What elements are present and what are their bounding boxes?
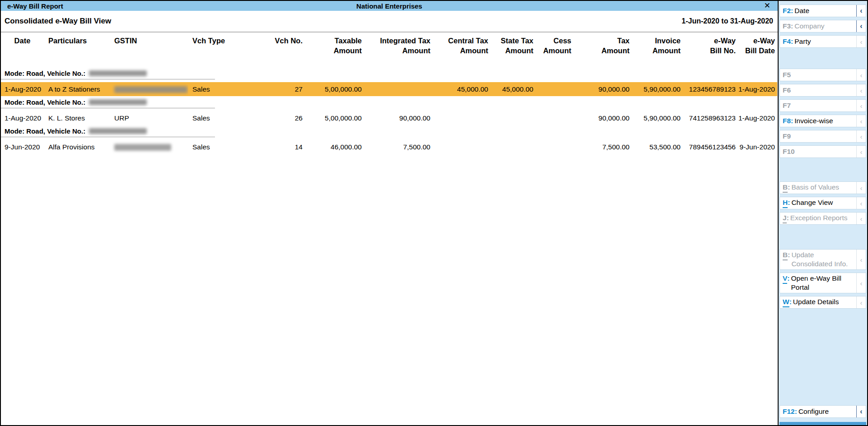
collapse-chevron-icon: ‹: [856, 69, 866, 81]
mode-label: Mode: Road, Vehicle No.:: [5, 69, 85, 77]
sidebar-button-f2-date[interactable]: F2:Date ‹: [779, 5, 866, 17]
sidebar-button-f8-invoice-wise[interactable]: F8:Invoice-wise ‹: [779, 115, 866, 127]
sub-header: Consolidated e-Way Bill View 1-Jun-2020 …: [1, 11, 778, 32]
column-header-eway-bill-no: e-WayBill No.: [683, 36, 738, 56]
collapse-chevron-icon: ‹: [856, 146, 866, 157]
collapse-chevron-icon: ‹: [856, 197, 866, 209]
collapse-chevron-icon: ‹: [856, 182, 866, 194]
blurred-vehicle-number: [89, 99, 147, 105]
collapse-chevron-icon: ‹: [856, 296, 866, 308]
collapse-chevron-icon: ‹: [856, 36, 866, 47]
collapse-chevron-icon: ‹: [856, 406, 866, 417]
collapse-chevron-icon: ‹: [856, 20, 866, 32]
column-header-gstin: GSTIN: [112, 36, 188, 56]
voucher-group: Mode: Road, Vehicle No.: 1-Aug-2020 A to…: [1, 68, 778, 96]
button-panel: F2:Date ‹ F3:Company ‹ F4:Party ‹ F5 ‹ F…: [778, 1, 867, 425]
collapse-chevron-icon: ‹: [856, 5, 866, 17]
collapse-chevron-icon: ‹: [856, 273, 866, 293]
column-header-integrated-tax: Integrated TaxAmount: [364, 36, 433, 56]
sidebar-button-change-view[interactable]: H:Change View ‹: [779, 197, 866, 209]
column-header-vch-no: Vch No.: [270, 36, 305, 56]
mode-label: Mode: Road, Vehicle No.:: [5, 127, 85, 135]
mode-label: Mode: Road, Vehicle No.:: [5, 98, 85, 106]
close-icon[interactable]: ✕: [764, 1, 770, 11]
column-header-vch-type: Vch Type: [188, 36, 270, 56]
sidebar-button-f12-configure[interactable]: F12:Configure ‹: [779, 405, 866, 418]
transport-mode-row: Mode: Road, Vehicle No.:: [1, 68, 778, 80]
table-row[interactable]: 1-Aug-2020 A to Z Stationers Sales 27 5,…: [1, 82, 777, 96]
collapse-chevron-icon: ‹: [856, 84, 866, 96]
report-period: 1-Jun-2020 to 31-Aug-2020: [681, 17, 773, 25]
app-window: e-Way Bill Report National Enterprises ✕…: [0, 0, 868, 426]
sidebar-button-f5[interactable]: F5 ‹: [779, 69, 866, 81]
report-title: e-Way Bill Report: [1, 2, 63, 10]
bottom-bar-strip: [779, 422, 866, 425]
sidebar-button-f9[interactable]: F9 ‹: [779, 130, 866, 143]
table-row[interactable]: 1-Aug-2020 K. L. Stores URP Sales 26 5,0…: [1, 111, 777, 125]
view-title: Consolidated e-Way Bill View: [5, 17, 111, 26]
blurred-gstin: [114, 144, 171, 151]
company-name: National Enterprises: [356, 2, 422, 10]
sidebar-button-basis-of-values[interactable]: B:Basis of Values ‹: [779, 181, 866, 194]
voucher-group: Mode: Road, Vehicle No.: 1-Aug-2020 K. L…: [1, 97, 778, 125]
sidebar-button-f10[interactable]: F10 ‹: [779, 145, 866, 158]
sidebar-button-exception-reports[interactable]: J:Exception Reports ‹: [779, 212, 866, 225]
sidebar-button-update-details[interactable]: W:Update Details ‹: [779, 296, 866, 309]
voucher-group: Mode: Road, Vehicle No.: 9-Jun-2020 Alfa…: [1, 126, 778, 154]
column-header-invoice-amount: InvoiceAmount: [632, 36, 683, 56]
sidebar-button-f3-company[interactable]: F3:Company ‹: [779, 20, 866, 32]
transport-mode-row: Mode: Road, Vehicle No.:: [1, 126, 778, 138]
column-header-cess-amount: CessAmount: [536, 36, 574, 56]
column-header-taxable-amount: TaxableAmount: [305, 36, 364, 56]
column-header-eway-bill-date: e-WayBill Date: [738, 36, 777, 56]
title-bar: e-Way Bill Report National Enterprises ✕: [1, 1, 778, 11]
blurred-vehicle-number: [89, 128, 147, 134]
column-header-particulars: Particulars: [44, 36, 112, 56]
column-header-tax-amount: TaxAmount: [574, 36, 632, 56]
sidebar-button-update-consolidated-info[interactable]: B:Update Consolidated Info. ‹: [779, 249, 866, 270]
collapse-chevron-icon: ‹: [856, 130, 866, 142]
table-body: Mode: Road, Vehicle No.: 1-Aug-2020 A to…: [1, 68, 778, 154]
sidebar-button-f4-party[interactable]: F4:Party ‹: [779, 35, 866, 48]
sidebar-button-open-eway-bill-portal[interactable]: V:Open e-Way Bill Portal ‹: [779, 273, 866, 293]
blurred-vehicle-number: [89, 70, 147, 76]
sidebar-button-f7[interactable]: F7 ‹: [779, 99, 866, 112]
collapse-chevron-icon: ‹: [856, 250, 866, 269]
sidebar-spacer: [779, 311, 867, 405]
column-header-date: Date: [1, 36, 44, 56]
table-row[interactable]: 9-Jun-2020 Alfa Provisions Sales 14 46,0…: [1, 140, 777, 154]
collapse-chevron-icon: ‹: [856, 115, 866, 127]
sidebar-button-f6[interactable]: F6 ‹: [779, 84, 866, 97]
collapse-chevron-icon: ‹: [856, 100, 866, 111]
blurred-gstin: [114, 86, 187, 93]
column-header-state-tax: State TaxAmount: [490, 36, 536, 56]
transport-mode-row: Mode: Road, Vehicle No.:: [1, 97, 778, 109]
column-headers: Date Particulars GSTIN Vch Type Vch No. …: [1, 32, 777, 61]
collapse-chevron-icon: ‹: [856, 213, 866, 224]
report-area: e-Way Bill Report National Enterprises ✕…: [1, 1, 778, 425]
column-header-central-tax: Central TaxAmount: [433, 36, 490, 56]
